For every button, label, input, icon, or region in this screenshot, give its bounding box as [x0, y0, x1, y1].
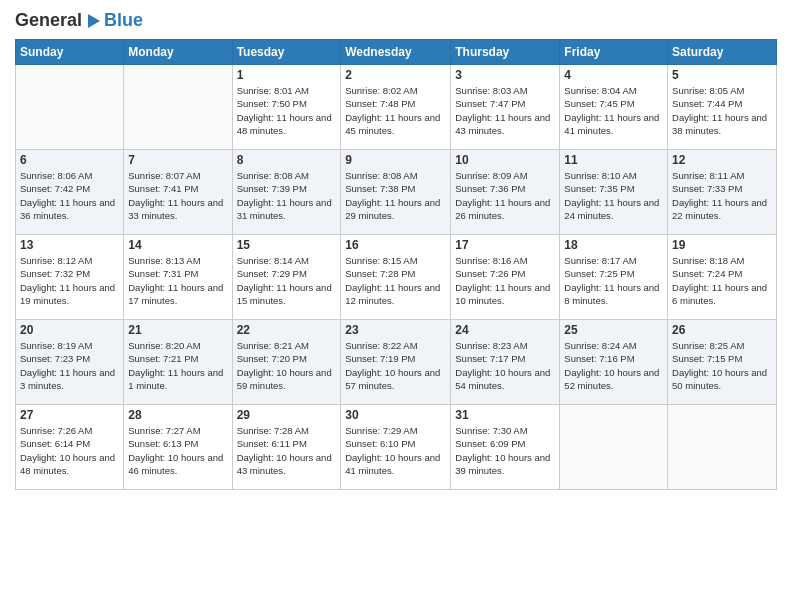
- day-number: 27: [20, 408, 119, 422]
- day-detail: Sunrise: 8:15 AMSunset: 7:28 PMDaylight:…: [345, 254, 446, 307]
- day-number: 13: [20, 238, 119, 252]
- day-detail: Sunrise: 8:24 AMSunset: 7:16 PMDaylight:…: [564, 339, 663, 392]
- day-number: 8: [237, 153, 337, 167]
- calendar-cell: 8Sunrise: 8:08 AMSunset: 7:39 PMDaylight…: [232, 150, 341, 235]
- day-detail: Sunrise: 8:22 AMSunset: 7:19 PMDaylight:…: [345, 339, 446, 392]
- day-number: 21: [128, 323, 227, 337]
- calendar-cell: 3Sunrise: 8:03 AMSunset: 7:47 PMDaylight…: [451, 65, 560, 150]
- calendar-header-row: SundayMondayTuesdayWednesdayThursdayFrid…: [16, 40, 777, 65]
- calendar-cell: 26Sunrise: 8:25 AMSunset: 7:15 PMDayligh…: [668, 320, 777, 405]
- day-number: 5: [672, 68, 772, 82]
- day-number: 31: [455, 408, 555, 422]
- calendar-cell: 13Sunrise: 8:12 AMSunset: 7:32 PMDayligh…: [16, 235, 124, 320]
- day-number: 6: [20, 153, 119, 167]
- day-number: 9: [345, 153, 446, 167]
- calendar-cell: 1Sunrise: 8:01 AMSunset: 7:50 PMDaylight…: [232, 65, 341, 150]
- calendar-cell: 19Sunrise: 8:18 AMSunset: 7:24 PMDayligh…: [668, 235, 777, 320]
- logo-general: General: [15, 10, 82, 31]
- calendar-cell: 27Sunrise: 7:26 AMSunset: 6:14 PMDayligh…: [16, 405, 124, 490]
- day-number: 16: [345, 238, 446, 252]
- calendar-cell: 18Sunrise: 8:17 AMSunset: 7:25 PMDayligh…: [560, 235, 668, 320]
- day-detail: Sunrise: 8:01 AMSunset: 7:50 PMDaylight:…: [237, 84, 337, 137]
- day-detail: Sunrise: 8:23 AMSunset: 7:17 PMDaylight:…: [455, 339, 555, 392]
- day-detail: Sunrise: 8:19 AMSunset: 7:23 PMDaylight:…: [20, 339, 119, 392]
- calendar-week-row: 20Sunrise: 8:19 AMSunset: 7:23 PMDayligh…: [16, 320, 777, 405]
- day-detail: Sunrise: 8:03 AMSunset: 7:47 PMDaylight:…: [455, 84, 555, 137]
- day-detail: Sunrise: 8:07 AMSunset: 7:41 PMDaylight:…: [128, 169, 227, 222]
- day-detail: Sunrise: 8:21 AMSunset: 7:20 PMDaylight:…: [237, 339, 337, 392]
- calendar-header-monday: Monday: [124, 40, 232, 65]
- day-number: 19: [672, 238, 772, 252]
- calendar-cell: 25Sunrise: 8:24 AMSunset: 7:16 PMDayligh…: [560, 320, 668, 405]
- day-number: 12: [672, 153, 772, 167]
- day-detail: Sunrise: 8:18 AMSunset: 7:24 PMDaylight:…: [672, 254, 772, 307]
- day-detail: Sunrise: 8:12 AMSunset: 7:32 PMDaylight:…: [20, 254, 119, 307]
- calendar-cell: 24Sunrise: 8:23 AMSunset: 7:17 PMDayligh…: [451, 320, 560, 405]
- day-detail: Sunrise: 8:20 AMSunset: 7:21 PMDaylight:…: [128, 339, 227, 392]
- calendar-week-row: 13Sunrise: 8:12 AMSunset: 7:32 PMDayligh…: [16, 235, 777, 320]
- calendar-cell: 16Sunrise: 8:15 AMSunset: 7:28 PMDayligh…: [341, 235, 451, 320]
- calendar-header-thursday: Thursday: [451, 40, 560, 65]
- calendar-cell: 4Sunrise: 8:04 AMSunset: 7:45 PMDaylight…: [560, 65, 668, 150]
- calendar-cell: 15Sunrise: 8:14 AMSunset: 7:29 PMDayligh…: [232, 235, 341, 320]
- calendar-week-row: 6Sunrise: 8:06 AMSunset: 7:42 PMDaylight…: [16, 150, 777, 235]
- logo-blue: Blue: [104, 10, 143, 31]
- day-number: 24: [455, 323, 555, 337]
- day-detail: Sunrise: 8:25 AMSunset: 7:15 PMDaylight:…: [672, 339, 772, 392]
- day-detail: Sunrise: 8:08 AMSunset: 7:39 PMDaylight:…: [237, 169, 337, 222]
- calendar-table: SundayMondayTuesdayWednesdayThursdayFrid…: [15, 39, 777, 490]
- header: General Blue: [15, 10, 777, 31]
- logo-text: General Blue: [15, 10, 143, 31]
- day-detail: Sunrise: 8:04 AMSunset: 7:45 PMDaylight:…: [564, 84, 663, 137]
- day-detail: Sunrise: 7:30 AMSunset: 6:09 PMDaylight:…: [455, 424, 555, 477]
- calendar-cell: 9Sunrise: 8:08 AMSunset: 7:38 PMDaylight…: [341, 150, 451, 235]
- day-number: 23: [345, 323, 446, 337]
- day-detail: Sunrise: 8:16 AMSunset: 7:26 PMDaylight:…: [455, 254, 555, 307]
- calendar-cell: [16, 65, 124, 150]
- calendar-cell: 21Sunrise: 8:20 AMSunset: 7:21 PMDayligh…: [124, 320, 232, 405]
- day-number: 15: [237, 238, 337, 252]
- day-detail: Sunrise: 8:02 AMSunset: 7:48 PMDaylight:…: [345, 84, 446, 137]
- calendar-header-sunday: Sunday: [16, 40, 124, 65]
- day-detail: Sunrise: 8:13 AMSunset: 7:31 PMDaylight:…: [128, 254, 227, 307]
- day-detail: Sunrise: 7:28 AMSunset: 6:11 PMDaylight:…: [237, 424, 337, 477]
- day-detail: Sunrise: 8:14 AMSunset: 7:29 PMDaylight:…: [237, 254, 337, 307]
- day-number: 26: [672, 323, 772, 337]
- page: General Blue SundayMondayTuesdayWednesda…: [0, 0, 792, 500]
- day-number: 17: [455, 238, 555, 252]
- day-number: 11: [564, 153, 663, 167]
- day-detail: Sunrise: 8:10 AMSunset: 7:35 PMDaylight:…: [564, 169, 663, 222]
- day-number: 4: [564, 68, 663, 82]
- calendar-cell: 5Sunrise: 8:05 AMSunset: 7:44 PMDaylight…: [668, 65, 777, 150]
- day-detail: Sunrise: 8:09 AMSunset: 7:36 PMDaylight:…: [455, 169, 555, 222]
- calendar-cell: 14Sunrise: 8:13 AMSunset: 7:31 PMDayligh…: [124, 235, 232, 320]
- calendar-cell: [124, 65, 232, 150]
- day-number: 20: [20, 323, 119, 337]
- calendar-header-saturday: Saturday: [668, 40, 777, 65]
- day-detail: Sunrise: 8:06 AMSunset: 7:42 PMDaylight:…: [20, 169, 119, 222]
- day-detail: Sunrise: 7:27 AMSunset: 6:13 PMDaylight:…: [128, 424, 227, 477]
- calendar-header-friday: Friday: [560, 40, 668, 65]
- calendar-cell: 17Sunrise: 8:16 AMSunset: 7:26 PMDayligh…: [451, 235, 560, 320]
- calendar-cell: 12Sunrise: 8:11 AMSunset: 7:33 PMDayligh…: [668, 150, 777, 235]
- calendar-cell: 7Sunrise: 8:07 AMSunset: 7:41 PMDaylight…: [124, 150, 232, 235]
- calendar-week-row: 27Sunrise: 7:26 AMSunset: 6:14 PMDayligh…: [16, 405, 777, 490]
- calendar-header-tuesday: Tuesday: [232, 40, 341, 65]
- day-detail: Sunrise: 7:26 AMSunset: 6:14 PMDaylight:…: [20, 424, 119, 477]
- day-detail: Sunrise: 8:17 AMSunset: 7:25 PMDaylight:…: [564, 254, 663, 307]
- day-detail: Sunrise: 8:11 AMSunset: 7:33 PMDaylight:…: [672, 169, 772, 222]
- calendar-cell: 6Sunrise: 8:06 AMSunset: 7:42 PMDaylight…: [16, 150, 124, 235]
- logo-flag-icon: [84, 12, 102, 30]
- day-number: 10: [455, 153, 555, 167]
- svg-marker-0: [88, 14, 100, 28]
- day-number: 29: [237, 408, 337, 422]
- calendar-cell: [668, 405, 777, 490]
- day-detail: Sunrise: 7:29 AMSunset: 6:10 PMDaylight:…: [345, 424, 446, 477]
- day-number: 18: [564, 238, 663, 252]
- calendar-cell: 10Sunrise: 8:09 AMSunset: 7:36 PMDayligh…: [451, 150, 560, 235]
- calendar-week-row: 1Sunrise: 8:01 AMSunset: 7:50 PMDaylight…: [16, 65, 777, 150]
- day-number: 3: [455, 68, 555, 82]
- calendar-cell: 2Sunrise: 8:02 AMSunset: 7:48 PMDaylight…: [341, 65, 451, 150]
- logo: General Blue: [15, 10, 143, 31]
- day-number: 30: [345, 408, 446, 422]
